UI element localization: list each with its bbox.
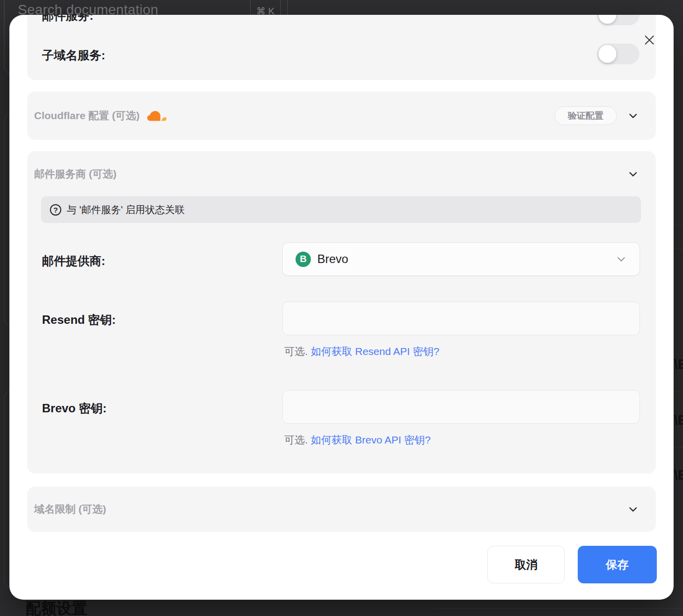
- cloudflare-section-title: Cloudflare 配置 (可选): [34, 109, 167, 123]
- settings-dialog: 邮件服务: 子域名服务: Cloudflare 配置 (可选) 验证: [9, 15, 674, 600]
- chevron-down-icon: [616, 254, 627, 264]
- resend-key-label: Resend 密钥:: [42, 312, 116, 328]
- notice-text: 与 '邮件服务' 启用状态关联: [67, 203, 185, 217]
- mail-provider-section-title: 邮件服务商 (可选): [34, 167, 117, 181]
- provider-selected-value: Brevo: [317, 252, 348, 266]
- provider-select[interactable]: B Brevo: [282, 242, 640, 276]
- toggle-knob: [598, 45, 616, 63]
- background-text-fragment: \E: [674, 357, 683, 372]
- domain-limit-section-header: 域名限制 (可选): [27, 486, 656, 532]
- hint-prefix: 可选.: [284, 434, 308, 445]
- verify-config-button[interactable]: 验证配置: [555, 106, 617, 125]
- domain-limit-section-title: 域名限制 (可选): [34, 502, 106, 516]
- question-circle-icon: ?: [50, 204, 61, 216]
- cloudflare-icon: [147, 109, 167, 123]
- subdomain-service-label: 子域名服务:: [42, 47, 105, 63]
- domain-limit-section: 域名限制 (可选): [27, 486, 656, 532]
- background-divider: [435, 608, 683, 609]
- mail-service-label: 邮件服务:: [42, 15, 93, 24]
- resend-key-hint: 可选. 如何获取 Resend API 密钥?: [284, 345, 439, 358]
- service-toggles-card: 邮件服务: 子域名服务:: [27, 15, 656, 80]
- brevo-key-hint: 可选. 如何获取 Brevo API 密钥?: [284, 433, 430, 447]
- subdomain-service-toggle[interactable]: [597, 44, 640, 64]
- close-icon: [643, 34, 655, 46]
- background-text-fragment: \E: [674, 413, 683, 428]
- background-text-fragment: \E: [674, 468, 683, 483]
- mail-provider-title-text: 邮件服务商 (可选): [34, 167, 117, 181]
- cloudflare-section: Cloudflare 配置 (可选) 验证配置: [27, 91, 656, 140]
- close-button[interactable]: [642, 33, 656, 47]
- cancel-button[interactable]: 取消: [487, 546, 565, 583]
- chevron-down-icon[interactable]: [628, 169, 639, 179]
- provider-label: 邮件提供商:: [42, 253, 105, 269]
- chevron-down-icon[interactable]: [628, 110, 639, 121]
- brevo-key-label: Brevo 密钥:: [42, 400, 107, 416]
- mail-provider-section-header: 邮件服务商 (可选): [27, 151, 656, 197]
- resend-key-input[interactable]: [282, 302, 640, 335]
- cloudflare-section-header: Cloudflare 配置 (可选) 验证配置: [27, 91, 656, 140]
- cloudflare-title-text: Cloudflare 配置 (可选): [34, 109, 140, 123]
- brevo-key-input[interactable]: [282, 390, 640, 424]
- brevo-logo-icon: B: [296, 252, 311, 267]
- background-quota-heading: 配额设置: [26, 598, 87, 616]
- linked-state-notice: ? 与 '邮件服务' 启用状态关联: [41, 196, 641, 223]
- save-button[interactable]: 保存: [578, 546, 657, 583]
- resend-api-key-link[interactable]: 如何获取 Resend API 密钥?: [311, 346, 439, 357]
- domain-limit-title-text: 域名限制 (可选): [34, 502, 106, 516]
- toggle-knob: [598, 15, 616, 24]
- chevron-down-icon[interactable]: [628, 504, 639, 515]
- mail-service-toggle[interactable]: [597, 15, 640, 25]
- mail-provider-section: 邮件服务商 (可选) ? 与 '邮件服务' 启用状态关联 邮件提供商: B Br…: [27, 151, 656, 474]
- brevo-api-key-link[interactable]: 如何获取 Brevo API 密钥?: [311, 434, 431, 445]
- hint-prefix: 可选.: [284, 346, 308, 357]
